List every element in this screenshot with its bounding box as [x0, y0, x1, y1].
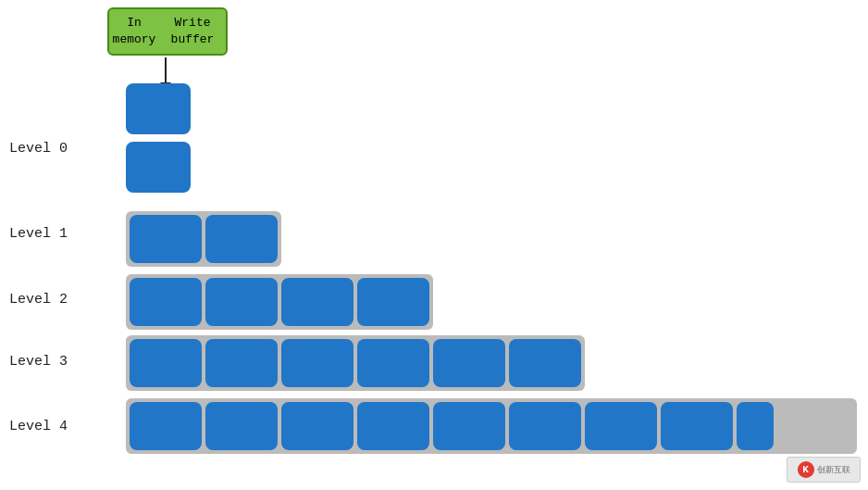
- sst-block: [130, 215, 202, 263]
- level3-label: Level 3: [9, 333, 68, 389]
- write-buffer-label2: Write buffer: [159, 15, 226, 48]
- level1-row: [126, 211, 281, 267]
- sst-block: [433, 339, 505, 387]
- level2-row: [126, 274, 433, 330]
- sst-block: [205, 339, 278, 387]
- level4-label: Level 4: [9, 398, 68, 454]
- watermark: K 创新互联: [787, 457, 861, 483]
- level2-label: Level 2: [9, 271, 68, 327]
- lsm-tree-diagram: In memory Write buffer Level 0 Level 1 L…: [0, 0, 868, 490]
- sst-block: [205, 402, 278, 450]
- sst-block: [357, 339, 429, 387]
- write-buffer-label: In memory: [109, 15, 159, 48]
- sst-block: [205, 278, 278, 326]
- sst-block: [585, 402, 657, 450]
- write-buffer-box: In memory Write buffer: [107, 7, 228, 56]
- sst-block: [130, 278, 202, 326]
- sst-block: [130, 339, 202, 387]
- level1-label: Level 1: [9, 206, 68, 261]
- sst-block: [205, 215, 278, 263]
- sst-block: [433, 402, 505, 450]
- level4-bar: [126, 398, 857, 454]
- sst-block: [357, 278, 429, 326]
- watermark-text: 创新互联: [817, 464, 850, 476]
- level4-row: [126, 398, 857, 454]
- level3-bar: [126, 335, 585, 391]
- level1-bar: [126, 211, 281, 267]
- sst-block: [661, 402, 733, 450]
- level0-blocks: [126, 83, 191, 193]
- sst-block: [126, 142, 191, 193]
- level3-row: [126, 335, 585, 391]
- sst-block: [737, 402, 774, 450]
- sst-block: [281, 339, 353, 387]
- arrow-down: [165, 57, 167, 83]
- level2-bar: [126, 274, 433, 330]
- sst-block: [130, 402, 202, 450]
- sst-block: [281, 402, 353, 450]
- level0-label: Level 0: [9, 120, 68, 176]
- sst-block: [126, 83, 191, 134]
- sst-block: [509, 402, 581, 450]
- sst-block: [281, 278, 353, 326]
- watermark-icon: K: [798, 461, 814, 478]
- sst-block: [357, 402, 429, 450]
- sst-block: [509, 339, 581, 387]
